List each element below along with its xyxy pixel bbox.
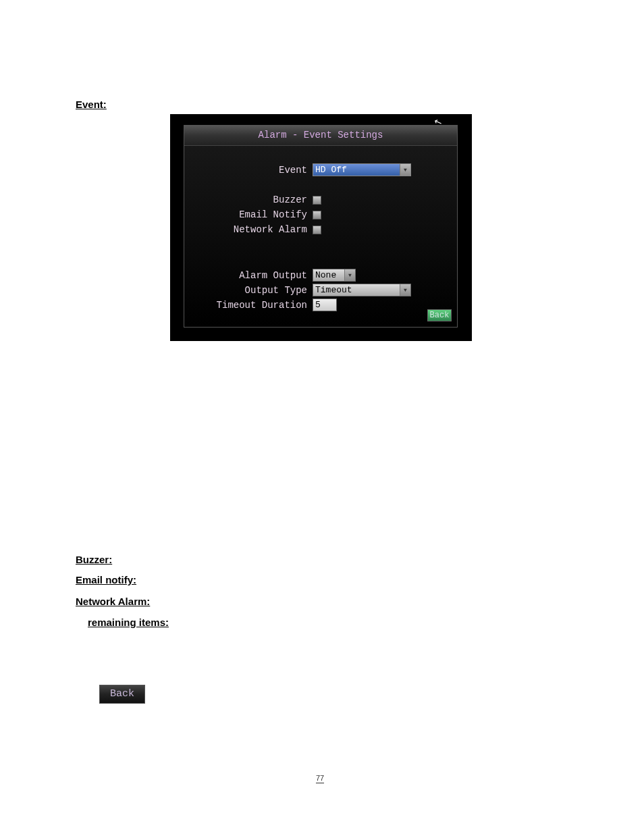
row-alarm-output: Alarm Output None ▼ — [184, 269, 356, 282]
row-buzzer: Buzzer — [184, 194, 321, 205]
screenshot-container: ↖ Alarm - Event Settings Event HD Off ▼ … — [170, 114, 472, 341]
section-heading-network: Network Alarm: — [76, 596, 150, 607]
checkbox-buzzer[interactable] — [313, 196, 321, 205]
dialog-title: Alarm - Event Settings — [184, 126, 457, 146]
chevron-down-icon: ▼ — [344, 269, 355, 281]
label-network-alarm: Network Alarm — [184, 224, 313, 235]
label-buzzer: Buzzer — [184, 194, 313, 205]
select-output-type[interactable]: Timeout ▼ — [313, 284, 411, 296]
row-email-notify: Email Notify — [184, 209, 321, 220]
input-timeout-duration[interactable]: 5 — [313, 298, 337, 311]
label-event: Event — [184, 165, 313, 176]
label-email-notify: Email Notify — [184, 209, 313, 220]
checkbox-network-alarm[interactable] — [313, 226, 321, 234]
select-event-value: HD Off — [315, 165, 347, 175]
label-output-type: Output Type — [184, 285, 313, 296]
row-network-alarm: Network Alarm — [184, 224, 321, 235]
back-button-standalone[interactable]: Back — [99, 685, 145, 704]
page-number: 77 — [316, 774, 324, 783]
select-output-type-value: Timeout — [315, 285, 352, 295]
label-alarm-output: Alarm Output — [184, 270, 313, 281]
checkbox-email-notify[interactable] — [313, 211, 321, 219]
chevron-down-icon: ▼ — [400, 284, 410, 296]
row-event: Event HD Off ▼ — [184, 163, 411, 176]
section-heading-remaining: remaining items: — [88, 617, 169, 628]
select-alarm-output-value: None — [315, 270, 336, 280]
section-heading-buzzer: Buzzer: — [76, 554, 112, 565]
back-button[interactable]: Back — [427, 309, 452, 321]
select-alarm-output[interactable]: None ▼ — [313, 269, 356, 282]
chevron-down-icon: ▼ — [400, 164, 410, 176]
select-event[interactable]: HD Off ▼ — [313, 163, 411, 176]
row-output-type: Output Type Timeout ▼ — [184, 284, 411, 296]
section-heading-email: Email notify: — [76, 574, 136, 585]
row-timeout-duration: Timeout Duration 5 — [184, 298, 337, 311]
section-heading-event: Event: — [76, 99, 107, 110]
label-timeout-duration: Timeout Duration — [184, 300, 313, 311]
dialog-alarm-event-settings: Alarm - Event Settings Event HD Off ▼ Bu… — [184, 125, 458, 328]
